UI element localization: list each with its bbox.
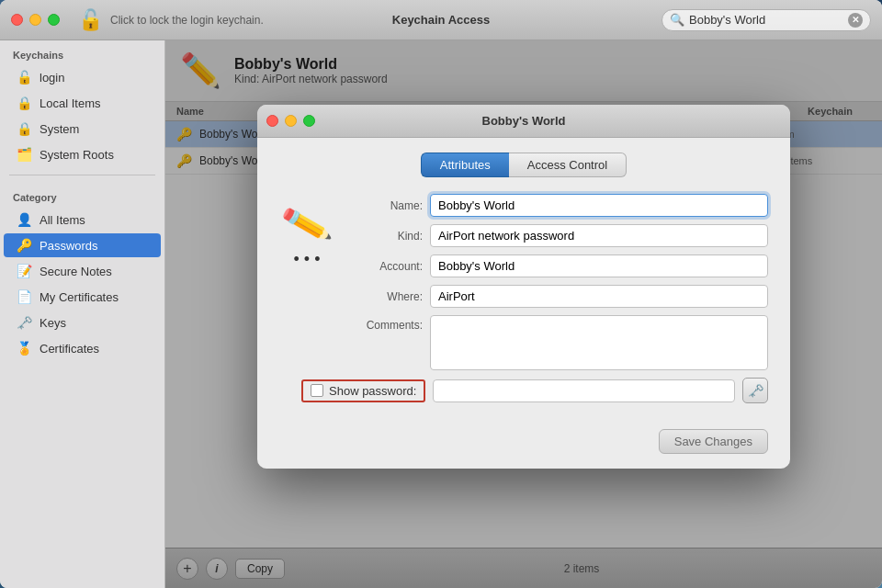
minimize-button[interactable] [29, 14, 41, 26]
form-row-kind: Kind: [349, 224, 768, 247]
search-clear-button[interactable]: ✕ [848, 13, 863, 28]
system-icon: 🔒 [17, 121, 32, 136]
pencil-icon-area: ✏️ • • • [279, 194, 334, 370]
form-content: ✏️ • • • Name: Kind: [279, 194, 768, 370]
login-icon: 🔓 [17, 70, 32, 85]
passwords-icon: 🔑 [17, 238, 32, 253]
tab-access-control-label: Access Control [527, 158, 607, 172]
account-label: Account: [349, 260, 423, 273]
main-window: 🔓 Click to lock the login keychain. Keyc… [0, 0, 882, 588]
show-password-checkbox[interactable] [311, 384, 323, 397]
sidebar-divider [9, 175, 155, 175]
lock-area: 🔓 Click to lock the login keychain. [78, 8, 264, 32]
form-fields: Name: Kind: Account: [349, 194, 768, 370]
name-label: Name: [349, 199, 423, 212]
key-button[interactable]: 🗝️ [742, 378, 768, 403]
my-certificates-icon: 📄 [17, 289, 32, 304]
sidebar-item-secure-notes-label: Secure Notes [40, 265, 112, 278]
form-row-account: Account: [349, 254, 768, 277]
sidebar-item-keys[interactable]: 🗝️ Keys [4, 311, 161, 334]
secure-notes-icon: 📝 [17, 264, 32, 278]
sidebar-item-system[interactable]: 🔒 System [4, 117, 161, 141]
form-row-where: Where: [349, 285, 768, 308]
modal-window-controls [266, 115, 315, 127]
sidebar-item-system-label: System [40, 122, 79, 136]
content-area: ✏️ Bobby's World Kind: AirPort network p… [165, 40, 882, 588]
local-items-icon: 🔒 [17, 96, 32, 110]
pencil-icon: ✏️ [279, 198, 334, 251]
search-input[interactable] [689, 13, 843, 27]
system-roots-icon: 🗂️ [17, 147, 32, 162]
modal-title: Bobby's World [482, 114, 566, 128]
sidebar-item-system-roots-label: System Roots [40, 148, 114, 162]
password-input[interactable] [433, 379, 735, 402]
save-changes-button[interactable]: Save Changes [659, 429, 768, 454]
modal-tabs: Attributes Access Control [279, 153, 768, 177]
password-row: Show password: 🗝️ [279, 378, 768, 403]
sidebar-item-all-items-label: All Items [40, 213, 85, 227]
form-row-name: Name: [349, 194, 768, 217]
all-items-icon: 👤 [17, 212, 32, 227]
keychains-section-label: Keychains [0, 40, 164, 64]
sidebar-item-all-items[interactable]: 👤 All Items [4, 208, 161, 232]
sidebar-item-certificates-label: Certificates [40, 342, 99, 356]
lock-text[interactable]: Click to lock the login keychain. [110, 14, 264, 27]
comments-label: Comments: [349, 315, 423, 332]
window-controls [11, 14, 60, 26]
show-password-checkbox-area[interactable]: Show password: [301, 379, 425, 402]
maximize-button[interactable] [48, 14, 60, 26]
kind-label: Kind: [349, 230, 423, 243]
tab-access-control[interactable]: Access Control [509, 153, 627, 177]
where-label: Where: [349, 290, 423, 303]
lock-icon: 🔓 [78, 8, 103, 32]
modal-body: Attributes Access Control ✏️ • • • [257, 138, 790, 422]
modal-footer: Save Changes [257, 422, 790, 469]
account-input[interactable] [430, 254, 768, 277]
modal-dialog: Bobby's World Attributes Access Control [257, 105, 790, 469]
modal-title-bar: Bobby's World [257, 105, 790, 138]
keys-icon: 🗝️ [17, 315, 32, 330]
app-title: Keychain Access [392, 13, 490, 27]
form-row-comments: Comments: [349, 315, 768, 370]
modal-overlay: Bobby's World Attributes Access Control [165, 40, 882, 588]
sidebar-item-local-items[interactable]: 🔒 Local Items [4, 91, 161, 115]
sidebar-item-passwords-label: Passwords [40, 239, 98, 253]
search-area[interactable]: 🔍 ✕ [662, 9, 871, 31]
sidebar-item-certificates[interactable]: 🏅 Certificates [4, 336, 161, 360]
category-section-label: Category [0, 183, 164, 207]
tab-attributes-label: Attributes [440, 158, 491, 172]
sidebar-item-local-items-label: Local Items [40, 96, 100, 110]
comments-input[interactable] [430, 315, 768, 370]
modal-maximize-button[interactable] [303, 115, 315, 127]
body-area: Keychains 🔓 login 🔒 Local Items 🔒 System… [0, 40, 882, 588]
title-bar: 🔓 Click to lock the login keychain. Keyc… [0, 0, 882, 40]
sidebar-item-login-label: login [40, 71, 64, 85]
close-button[interactable] [11, 14, 23, 26]
sidebar-item-login[interactable]: 🔓 login [4, 65, 161, 89]
sidebar-item-keys-label: Keys [40, 316, 66, 330]
sidebar-item-passwords[interactable]: 🔑 Passwords [4, 233, 161, 257]
kind-input[interactable] [430, 224, 768, 247]
search-icon: 🔍 [670, 13, 684, 27]
where-input[interactable] [430, 285, 768, 308]
sidebar-item-my-certificates[interactable]: 📄 My Certificates [4, 285, 161, 309]
show-password-label: Show password: [329, 384, 416, 398]
name-input[interactable] [430, 194, 768, 217]
sidebar: Keychains 🔓 login 🔒 Local Items 🔒 System… [0, 40, 165, 588]
sidebar-item-system-roots[interactable]: 🗂️ System Roots [4, 142, 161, 166]
modal-minimize-button[interactable] [285, 115, 297, 127]
key-icon: 🗝️ [748, 383, 763, 398]
certificates-icon: 🏅 [17, 341, 32, 356]
pencil-dots: • • • [294, 250, 321, 269]
tab-attributes[interactable]: Attributes [421, 153, 509, 177]
modal-close-button[interactable] [266, 115, 278, 127]
sidebar-item-secure-notes[interactable]: 📝 Secure Notes [4, 259, 161, 283]
sidebar-item-my-certificates-label: My Certificates [40, 290, 119, 304]
